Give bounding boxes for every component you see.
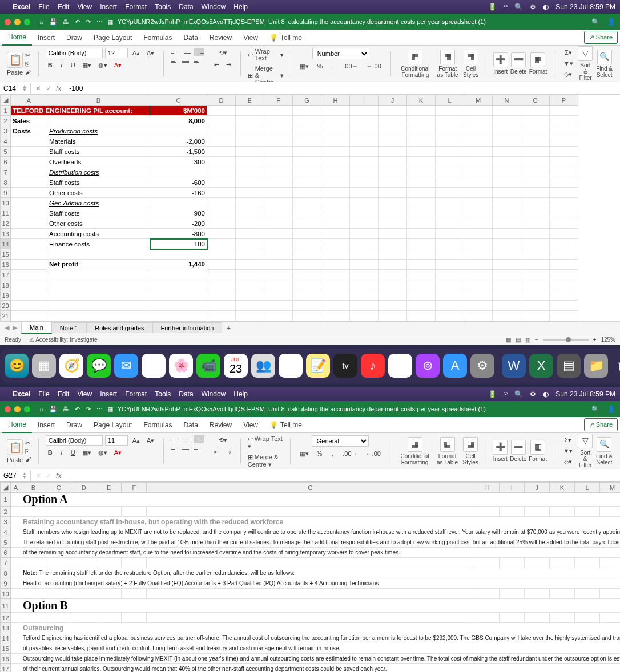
tab-insert[interactable]: Insert bbox=[32, 418, 61, 432]
spotlight-icon[interactable]: 🔍 bbox=[514, 390, 523, 398]
merge-centre-button[interactable]: ⊞Merge & Centre ▾ bbox=[248, 65, 284, 82]
tab-page-layout[interactable]: Page Layout bbox=[88, 30, 138, 45]
dock-safari[interactable]: 🧭 bbox=[59, 354, 83, 378]
row-header[interactable]: 6 bbox=[1, 157, 11, 167]
copy-button[interactable]: ⎘ bbox=[25, 448, 31, 455]
dock-chrome[interactable]: ⊙ bbox=[388, 354, 412, 378]
col-header-F[interactable]: F bbox=[264, 95, 293, 106]
italic-button[interactable]: I bbox=[57, 60, 66, 70]
battery-icon[interactable]: 🔋 bbox=[488, 390, 497, 398]
cell[interactable]: Distribution costs bbox=[47, 167, 150, 177]
fx-button[interactable]: fx bbox=[56, 472, 61, 480]
row-header[interactable]: 17 bbox=[1, 270, 11, 280]
menu-edit[interactable]: Edit bbox=[58, 3, 70, 11]
tab-next-button[interactable]: ▶ bbox=[13, 324, 17, 331]
cell[interactable]: -800 bbox=[150, 229, 207, 239]
share-button[interactable]: ↗ Share bbox=[584, 31, 618, 44]
name-box[interactable]: C14▲▼ bbox=[0, 83, 31, 94]
col-header-M[interactable]: M bbox=[600, 483, 620, 493]
zoom-out-button[interactable]: − bbox=[535, 337, 538, 343]
tab-formulas[interactable]: Formulas bbox=[138, 30, 178, 45]
sheet-tab-main[interactable]: Main bbox=[21, 322, 52, 334]
tab-view[interactable]: View bbox=[237, 418, 264, 432]
cell[interactable]: Sales bbox=[11, 116, 47, 126]
col-header-G[interactable]: G bbox=[147, 483, 474, 493]
zoom-window-button[interactable] bbox=[24, 406, 30, 412]
col-header-K[interactable]: K bbox=[407, 95, 436, 106]
zoom-slider[interactable] bbox=[543, 339, 589, 341]
italic-button[interactable]: I bbox=[57, 448, 66, 458]
paste-button[interactable]: Paste bbox=[7, 52, 23, 76]
row-header[interactable]: 4 bbox=[1, 136, 11, 147]
accounting-format-button[interactable]: ▦▾ bbox=[297, 449, 311, 459]
row-header[interactable]: 5 bbox=[1, 147, 11, 157]
view-break-button[interactable]: ▥ bbox=[525, 337, 530, 343]
col-header-J[interactable]: J bbox=[379, 95, 407, 106]
cell[interactable]: -900 bbox=[150, 208, 207, 218]
col-header-D[interactable]: D bbox=[71, 483, 96, 493]
alignment-buttons[interactable] bbox=[171, 48, 204, 65]
merge-centre-button[interactable]: ⊞ Merge & Centre ▾ bbox=[248, 454, 283, 468]
menu-help[interactable]: Help bbox=[233, 390, 248, 398]
col-header-G[interactable]: G bbox=[293, 95, 321, 106]
clear-button[interactable]: ◇▾ bbox=[561, 457, 575, 467]
dock-music[interactable]: ♪ bbox=[361, 354, 385, 378]
siri-icon[interactable]: ◐ bbox=[543, 3, 549, 11]
cell[interactable]: Outsourcing bbox=[21, 623, 621, 633]
delete-cells-button[interactable]: ➖Delete bbox=[510, 440, 526, 462]
sheet-tab-further[interactable]: Further information bbox=[152, 322, 223, 333]
col-header-K[interactable]: K bbox=[549, 483, 574, 493]
cell[interactable]: Production costs bbox=[47, 126, 150, 136]
delete-cells-button[interactable]: ➖Delete bbox=[510, 52, 527, 75]
close-window-button[interactable] bbox=[5, 19, 11, 25]
cell[interactable]: Staff costs bbox=[47, 147, 150, 157]
menu-view[interactable]: View bbox=[77, 390, 92, 398]
sort-filter-button[interactable]: ▽Sort & Filter bbox=[577, 434, 593, 468]
cell[interactable]: Accounting costs bbox=[47, 229, 150, 239]
cell[interactable]: The retained accounting staff post-restr… bbox=[21, 537, 621, 548]
percent-button[interactable]: % bbox=[315, 449, 325, 459]
dock-messages[interactable]: 💬 bbox=[87, 354, 111, 378]
view-normal-button[interactable]: ▦ bbox=[506, 337, 511, 343]
dock-preview[interactable]: ▤ bbox=[557, 354, 581, 378]
sort-filter-button[interactable]: ▽Sort & Filter bbox=[578, 46, 593, 81]
comma-button[interactable]: , bbox=[328, 449, 337, 459]
tab-review[interactable]: Review bbox=[204, 418, 237, 432]
col-header-D[interactable]: D bbox=[207, 95, 236, 106]
row-header[interactable]: 2 bbox=[1, 116, 11, 126]
menu-format[interactable]: Format bbox=[125, 390, 147, 398]
format-cells-button[interactable]: ▦Format bbox=[529, 440, 547, 462]
increase-indent-button[interactable]: ⇥ bbox=[224, 447, 233, 457]
select-all-corner[interactable]: ◢ bbox=[1, 483, 11, 493]
autosum-button[interactable]: Σ▾ bbox=[561, 48, 575, 58]
border-button[interactable]: ▦▾ bbox=[80, 448, 94, 458]
sheet-tab-roles[interactable]: Roles and grades bbox=[86, 322, 152, 333]
save-icon[interactable]: 💾 bbox=[49, 406, 57, 413]
redo-icon[interactable]: ↷ bbox=[86, 406, 91, 413]
dock-facetime[interactable]: 📹 bbox=[196, 354, 220, 378]
enter-formula-button[interactable]: ✓ bbox=[46, 84, 51, 92]
fill-color-button[interactable]: ◍▾ bbox=[96, 60, 110, 70]
fx-button[interactable]: fx bbox=[56, 84, 61, 92]
cell[interactable]: -600 bbox=[150, 177, 207, 188]
conditional-formatting-button[interactable]: ▦Conditional Formatting bbox=[397, 50, 433, 78]
search-icon[interactable]: 🔍 bbox=[591, 18, 599, 26]
paste-button[interactable]: Paste bbox=[7, 439, 23, 463]
number-format-select[interactable]: General bbox=[312, 435, 369, 447]
cell[interactable]: Other costs bbox=[47, 188, 150, 198]
zoom-window-button[interactable] bbox=[24, 19, 30, 25]
cell[interactable]: -2,000 bbox=[150, 136, 207, 147]
menu-view[interactable]: View bbox=[77, 3, 92, 11]
format-as-table-button[interactable]: ▦Format as Table bbox=[435, 437, 460, 465]
increase-decimal-button[interactable]: .00→ bbox=[340, 449, 360, 459]
dock-mail[interactable]: ✉ bbox=[114, 354, 138, 378]
cell[interactable]: of their current annual salaries. Outsou… bbox=[21, 664, 621, 673]
cell[interactable]: 1,440 bbox=[150, 260, 207, 270]
cell[interactable]: Head of accounting (unchanged salary) + … bbox=[21, 578, 621, 589]
search-icon[interactable]: 🔍 bbox=[591, 406, 599, 413]
menu-edit[interactable]: Edit bbox=[58, 390, 70, 398]
formula-input[interactable] bbox=[66, 475, 620, 477]
cell[interactable]: Staff costs bbox=[47, 177, 150, 188]
sheet-tab-note1[interactable]: Note 1 bbox=[51, 322, 87, 333]
cell[interactable]: Costs bbox=[11, 126, 47, 136]
